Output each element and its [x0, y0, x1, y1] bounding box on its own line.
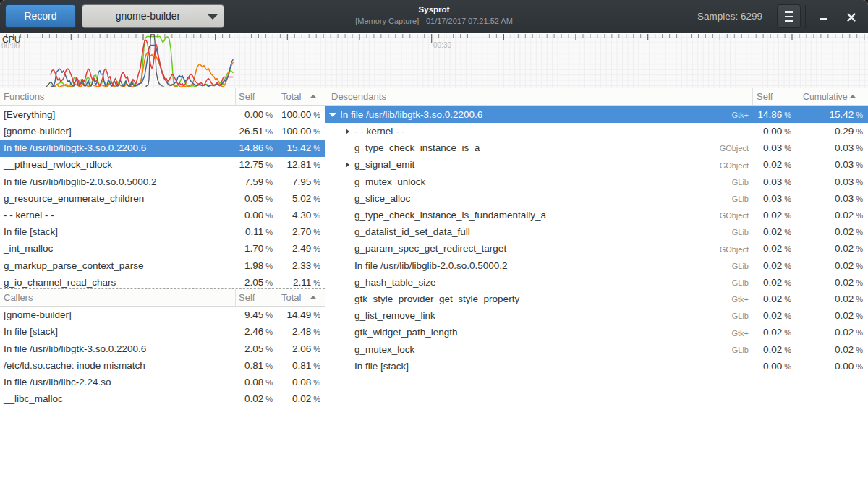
- svg-text:00:30: 00:30: [433, 41, 451, 49]
- svg-text:00:00: 00:00: [1, 42, 20, 50]
